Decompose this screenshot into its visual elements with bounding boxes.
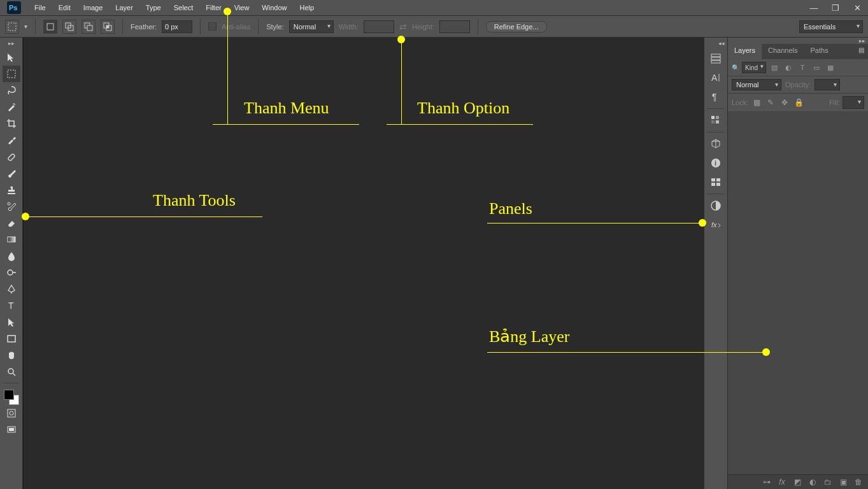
- layer-fx-icon[interactable]: fx: [776, 478, 788, 486]
- layer-link-icon[interactable]: ⊶: [761, 478, 772, 486]
- shape-tool-icon[interactable]: [3, 330, 20, 347]
- lasso-tool-icon[interactable]: [3, 82, 20, 99]
- tab-channels[interactable]: Channels: [762, 44, 804, 59]
- menu-help[interactable]: Help: [293, 1, 320, 14]
- menu-file[interactable]: File: [28, 1, 52, 14]
- menu-layer[interactable]: Layer: [109, 1, 139, 14]
- svg-rect-30: [711, 120, 715, 124]
- width-input[interactable]: [364, 20, 394, 33]
- zoom-tool-icon[interactable]: [3, 364, 20, 380]
- swatches-panel-icon[interactable]: [706, 111, 725, 130]
- menu-image[interactable]: Image: [77, 1, 110, 14]
- workspace-dropdown[interactable]: Essentials: [799, 20, 863, 33]
- svg-rect-4: [66, 23, 71, 28]
- menu-edit[interactable]: Edit: [52, 1, 77, 14]
- filter-type-icon[interactable]: T: [797, 62, 808, 73]
- screenmode-tool-icon[interactable]: [3, 422, 20, 438]
- type-tool-icon[interactable]: T: [3, 297, 20, 314]
- eyedropper-tool-icon[interactable]: [3, 132, 20, 148]
- svg-point-19: [10, 411, 13, 415]
- paragraph-panel-icon[interactable]: ¶: [706, 87, 725, 106]
- filter-shape-icon[interactable]: ▭: [811, 62, 822, 73]
- eraser-tool-icon[interactable]: [3, 215, 20, 231]
- filter-pixel-icon[interactable]: ▧: [769, 62, 780, 73]
- pen-tool-icon[interactable]: [3, 281, 20, 297]
- healing-tool-icon[interactable]: [3, 148, 20, 165]
- layer-delete-icon[interactable]: 🗑: [853, 478, 864, 486]
- quickmask-tool-icon[interactable]: [3, 405, 20, 422]
- lock-all-icon[interactable]: 🔒: [793, 97, 804, 108]
- active-tool-icon[interactable]: [5, 20, 19, 34]
- filter-smart-icon[interactable]: ▦: [825, 62, 836, 73]
- window-minimize-icon[interactable]: —: [803, 1, 825, 15]
- svg-rect-9: [106, 25, 111, 31]
- 3d-panel-icon[interactable]: [706, 134, 725, 153]
- menu-view[interactable]: View: [228, 1, 256, 14]
- tab-layers[interactable]: Layers: [728, 44, 762, 59]
- filter-kind-dropdown[interactable]: Kind: [742, 62, 766, 73]
- foreground-color-swatch[interactable]: [4, 390, 14, 400]
- adjustments-panel-icon[interactable]: [706, 196, 725, 215]
- window-close-icon[interactable]: ✕: [846, 1, 868, 15]
- menu-type[interactable]: Type: [139, 1, 167, 14]
- properties-panel-icon[interactable]: [706, 173, 725, 192]
- style-dropdown[interactable]: Normal: [289, 20, 334, 33]
- refine-edge-button[interactable]: Refine Edge...: [486, 21, 547, 32]
- path-select-tool-icon[interactable]: [3, 314, 20, 330]
- dock-collapse-icon[interactable]: ◂◂: [704, 40, 727, 46]
- panel-dock: ◂◂ A ¶ i fx: [704, 38, 728, 489]
- hand-tool-icon[interactable]: [3, 347, 20, 364]
- character-panel-icon[interactable]: A: [706, 68, 725, 87]
- filter-adjust-icon[interactable]: ◐: [783, 62, 794, 73]
- antialias-checkbox[interactable]: [208, 22, 217, 31]
- tools-collapse-icon[interactable]: ▸▸: [0, 40, 22, 46]
- selection-new-icon[interactable]: [43, 20, 57, 34]
- color-swatch[interactable]: [4, 390, 19, 405]
- selection-subtract-icon[interactable]: [82, 20, 96, 34]
- window-restore-icon[interactable]: ❐: [825, 1, 846, 15]
- blend-mode-dropdown[interactable]: Normal: [732, 79, 781, 90]
- selection-add-icon[interactable]: [62, 20, 76, 34]
- layer-new-icon[interactable]: ▣: [837, 478, 849, 486]
- wand-tool-icon[interactable]: [3, 99, 20, 115]
- stamp-tool-icon[interactable]: [3, 181, 20, 198]
- menu-select[interactable]: Select: [167, 1, 200, 14]
- move-tool-icon[interactable]: [3, 49, 20, 66]
- lock-position-icon[interactable]: ✥: [779, 97, 790, 108]
- layers-collapse-icon[interactable]: ▸▸: [728, 38, 868, 44]
- history-panel-icon[interactable]: [706, 49, 725, 68]
- feather-input[interactable]: [162, 20, 192, 33]
- marquee-tool-icon[interactable]: [3, 66, 20, 82]
- blur-tool-icon[interactable]: [3, 248, 20, 264]
- lock-transparent-icon[interactable]: ▩: [751, 97, 762, 108]
- dodge-tool-icon[interactable]: [3, 264, 20, 281]
- tool-preset-dropdown-icon[interactable]: ▾: [24, 23, 27, 30]
- brush-tool-icon[interactable]: [3, 165, 20, 181]
- tab-paths[interactable]: Paths: [804, 44, 835, 59]
- layer-mask-icon[interactable]: ◩: [792, 478, 803, 486]
- svg-rect-22: [711, 54, 720, 57]
- panel-menu-icon[interactable]: ▤: [855, 44, 868, 59]
- separator: [200, 19, 201, 34]
- annotation-line: [25, 216, 262, 217]
- tools-panel: ▸▸ T: [0, 38, 23, 489]
- svg-rect-11: [8, 70, 15, 78]
- info-panel-icon[interactable]: i: [706, 153, 725, 173]
- svg-rect-0: [7, 1, 21, 14]
- layer-adjust-icon[interactable]: ◐: [807, 478, 818, 486]
- document-canvas[interactable]: [23, 38, 704, 489]
- crop-tool-icon[interactable]: [3, 115, 20, 132]
- layer-list[interactable]: [728, 112, 868, 474]
- styles-panel-icon[interactable]: fx: [706, 215, 725, 234]
- history-brush-tool-icon[interactable]: [3, 198, 20, 215]
- swap-dimensions-icon[interactable]: ⇄: [399, 22, 407, 32]
- layer-group-icon[interactable]: 🗀: [822, 478, 834, 486]
- menu-window[interactable]: Window: [255, 1, 293, 14]
- opacity-input[interactable]: [815, 79, 840, 90]
- fill-input[interactable]: [843, 96, 864, 109]
- selection-intersect-icon[interactable]: [101, 20, 115, 34]
- height-input[interactable]: [439, 20, 470, 33]
- annotation-line: [487, 352, 766, 353]
- gradient-tool-icon[interactable]: [3, 231, 20, 248]
- lock-pixels-icon[interactable]: ✎: [765, 97, 776, 108]
